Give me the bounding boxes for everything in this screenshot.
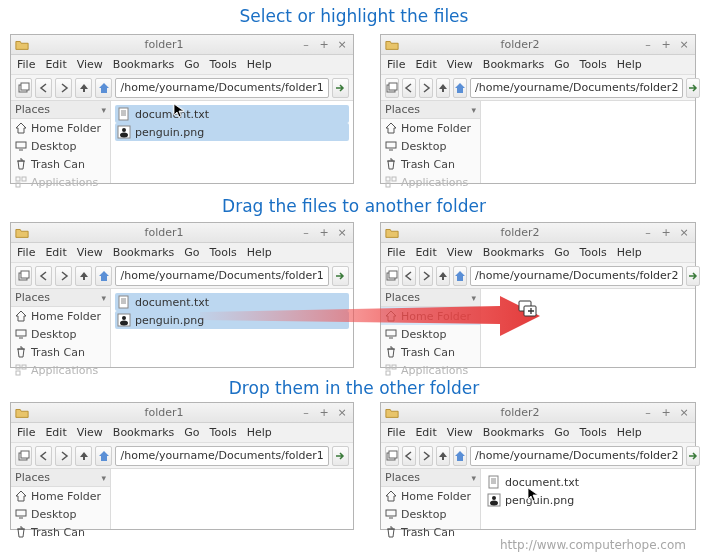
sidebar-item-home[interactable]: Home Folder [381,307,480,325]
titlebar[interactable]: folder2 –+× [381,223,695,243]
path-input[interactable]: /home/yourname/Documents/folder1 [115,266,328,286]
go-button[interactable] [686,78,700,98]
new-tab-button[interactable] [15,446,32,466]
menu-go[interactable]: Go [554,58,569,71]
menu-view[interactable]: View [447,426,473,439]
sidebar-item-applications[interactable]: Applications [11,361,110,379]
forward-button[interactable] [55,446,72,466]
menu-go[interactable]: Go [184,246,199,259]
sidebar-item-desktop[interactable]: Desktop [11,137,110,155]
home-button[interactable] [95,266,112,286]
minimize-button[interactable]: – [299,226,313,240]
back-button[interactable] [35,446,52,466]
file-pane[interactable]: document.txt penguin.png [111,101,353,183]
close-button[interactable]: × [335,406,349,420]
home-button[interactable] [453,266,467,286]
close-button[interactable]: × [335,38,349,52]
file-row[interactable]: document.txt [485,473,691,491]
menu-view[interactable]: View [77,426,103,439]
menu-tools[interactable]: Tools [580,246,607,259]
forward-button[interactable] [419,78,433,98]
menu-help[interactable]: Help [617,246,642,259]
file-pane[interactable] [481,101,695,183]
go-button[interactable] [332,78,349,98]
forward-button[interactable] [419,446,433,466]
close-button[interactable]: × [677,226,691,240]
menu-tools[interactable]: Tools [210,426,237,439]
sidebar-item-trash[interactable]: Trash Can [381,523,480,541]
menu-file[interactable]: File [387,58,405,71]
minimize-button[interactable]: – [641,226,655,240]
sidebar-item-home[interactable]: Home Folder [11,119,110,137]
close-button[interactable]: × [677,38,691,52]
sidebar-item-desktop[interactable]: Desktop [381,505,480,523]
file-row[interactable]: document.txt [115,293,349,311]
forward-button[interactable] [55,266,72,286]
menu-bookmarks[interactable]: Bookmarks [113,58,174,71]
sidebar-item-home[interactable]: Home Folder [381,487,480,505]
sidebar-item-trash[interactable]: Trash Can [11,523,110,541]
file-pane[interactable] [481,289,695,367]
sidebar-item-home[interactable]: Home Folder [381,119,480,137]
menu-edit[interactable]: Edit [45,426,66,439]
menu-help[interactable]: Help [247,426,272,439]
sidebar-item-desktop[interactable]: Desktop [381,325,480,343]
maximize-button[interactable]: + [659,226,673,240]
go-button[interactable] [686,266,700,286]
close-button[interactable]: × [335,226,349,240]
menu-go[interactable]: Go [554,246,569,259]
path-input[interactable]: /home/yourname/Documents/folder1 [115,446,328,466]
menu-view[interactable]: View [77,246,103,259]
go-button[interactable] [332,266,349,286]
menu-help[interactable]: Help [617,426,642,439]
menu-bookmarks[interactable]: Bookmarks [483,58,544,71]
up-button[interactable] [436,266,450,286]
menu-tools[interactable]: Tools [580,58,607,71]
maximize-button[interactable]: + [659,406,673,420]
file-row[interactable]: penguin.png [485,491,691,509]
minimize-button[interactable]: – [641,406,655,420]
file-row[interactable]: document.txt [115,105,349,123]
sidebar-item-trash[interactable]: Trash Can [11,155,110,173]
menu-file[interactable]: File [17,426,35,439]
minimize-button[interactable]: – [641,38,655,52]
file-pane[interactable] [111,469,353,529]
titlebar[interactable]: folder1 –+× [11,403,353,423]
sidebar-header[interactable]: Places▾ [381,101,480,119]
menu-edit[interactable]: Edit [415,426,436,439]
menu-bookmarks[interactable]: Bookmarks [483,426,544,439]
up-button[interactable] [75,78,92,98]
menu-view[interactable]: View [447,58,473,71]
menu-edit[interactable]: Edit [45,246,66,259]
path-input[interactable]: /home/yourname/Documents/folder2 [470,78,683,98]
sidebar-item-trash[interactable]: Trash Can [11,343,110,361]
forward-button[interactable] [419,266,433,286]
sidebar-item-home[interactable]: Home Folder [11,307,110,325]
path-input[interactable]: /home/yourname/Documents/folder1 [115,78,328,98]
file-row[interactable]: penguin.png [115,123,349,141]
sidebar-header[interactable]: Places▾ [11,289,110,307]
up-button[interactable] [436,78,450,98]
menu-tools[interactable]: Tools [580,426,607,439]
sidebar-item-desktop[interactable]: Desktop [381,137,480,155]
titlebar[interactable]: folder1 –+× [11,223,353,243]
sidebar-item-applications[interactable]: Applications [381,361,480,379]
titlebar[interactable]: folder2 – + × [381,35,695,55]
up-button[interactable] [436,446,450,466]
back-button[interactable] [35,266,52,286]
forward-button[interactable] [55,78,72,98]
new-tab-button[interactable] [15,78,32,98]
maximize-button[interactable]: + [317,406,331,420]
back-button[interactable] [402,78,416,98]
maximize-button[interactable]: + [317,226,331,240]
menu-file[interactable]: File [17,58,35,71]
go-button[interactable] [686,446,700,466]
minimize-button[interactable]: – [299,406,313,420]
menu-edit[interactable]: Edit [415,246,436,259]
sidebar-header[interactable]: Places▾ [381,289,480,307]
sidebar-item-home[interactable]: Home Folder [11,487,110,505]
sidebar-header[interactable]: Places▾ [381,469,480,487]
sidebar-header[interactable]: Places▾ [11,101,110,119]
menu-file[interactable]: File [17,246,35,259]
up-button[interactable] [75,266,92,286]
